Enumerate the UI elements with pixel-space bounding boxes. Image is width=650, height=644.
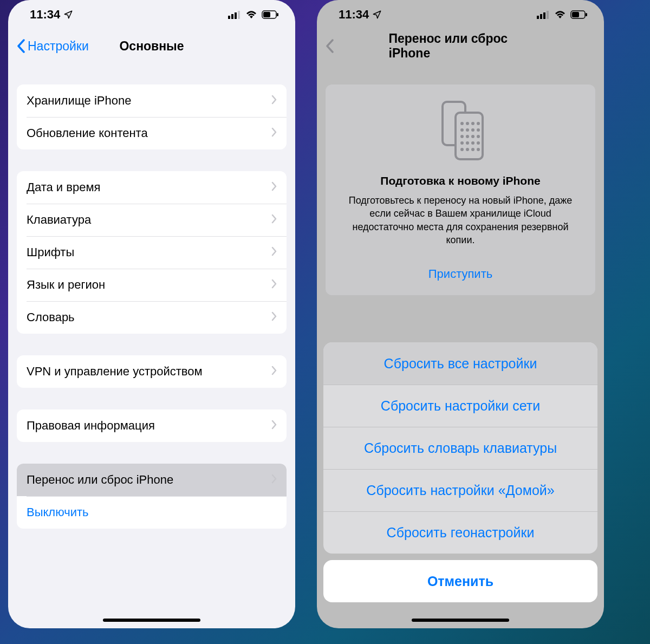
chevron-right-icon xyxy=(271,365,277,379)
row-label: Дата и время xyxy=(27,180,100,194)
row-label: VPN и управление устройством xyxy=(27,365,203,379)
home-indicator[interactable] xyxy=(412,619,509,622)
svg-point-25 xyxy=(466,135,469,138)
home-indicator[interactable] xyxy=(103,619,200,622)
row-label: Шрифты xyxy=(27,245,74,259)
svg-point-35 xyxy=(477,148,480,151)
row-label: Правовая информация xyxy=(27,419,155,433)
row-date-time[interactable]: Дата и время xyxy=(17,171,287,204)
cellular-signal-icon xyxy=(228,10,241,19)
svg-point-22 xyxy=(471,128,474,132)
svg-point-31 xyxy=(477,141,480,145)
row-shutdown[interactable]: Выключить xyxy=(17,496,287,529)
svg-point-32 xyxy=(460,148,464,151)
prepare-action-button[interactable]: Приступить xyxy=(339,267,582,281)
reset-location-settings[interactable]: Сбросить геонастройки xyxy=(323,511,597,554)
chevron-right-icon xyxy=(271,310,277,324)
reset-network-settings[interactable]: Сбросить настройки сети xyxy=(323,385,597,427)
row-label: Клавиатура xyxy=(27,213,91,227)
svg-point-27 xyxy=(477,135,480,138)
row-label: Хранилище iPhone xyxy=(27,94,131,108)
cancel-button[interactable]: Отменить xyxy=(323,560,597,602)
row-background-refresh[interactable]: Обновление контента xyxy=(17,117,287,149)
wifi-icon xyxy=(245,10,257,19)
svg-point-18 xyxy=(471,122,474,125)
svg-rect-0 xyxy=(228,16,230,19)
row-label: Перенос или сброс iPhone xyxy=(27,473,173,487)
phone-left: 11:34 Настройки Основные xyxy=(8,0,295,628)
svg-point-33 xyxy=(466,148,469,151)
row-language-region[interactable]: Язык и регион xyxy=(17,269,287,301)
row-fonts[interactable]: Шрифты xyxy=(17,236,287,269)
status-bar: 11:34 xyxy=(8,0,295,29)
reset-all-settings[interactable]: Сбросить все настройки xyxy=(323,342,597,385)
svg-rect-8 xyxy=(540,14,542,19)
wifi-icon xyxy=(554,10,566,19)
back-button[interactable]: Настройки xyxy=(17,39,89,54)
row-label: Словарь xyxy=(27,310,75,324)
svg-rect-10 xyxy=(547,11,549,19)
reset-keyboard-dictionary[interactable]: Сбросить словарь клавиатуры xyxy=(323,427,597,469)
sheet-label: Сбросить настройки сети xyxy=(381,398,540,414)
settings-group-reset: Перенос или сброс iPhone Выключить xyxy=(17,464,287,529)
prepare-title: Подготовка к новому iPhone xyxy=(339,174,582,187)
action-sheet-options: Сбросить все настройки Сбросить настройк… xyxy=(323,342,597,554)
battery-icon xyxy=(262,10,279,19)
sheet-label: Сбросить настройки «Домой» xyxy=(366,483,554,498)
row-legal[interactable]: Правовая информация xyxy=(17,409,287,442)
settings-group-legal: Правовая информация xyxy=(17,409,287,442)
row-keyboard[interactable]: Клавиатура xyxy=(17,204,287,236)
reset-home-layout[interactable]: Сбросить настройки «Домой» xyxy=(323,469,597,511)
prepare-card: Подготовка к новому iPhone Подготовьтесь… xyxy=(326,84,595,295)
chevron-right-icon xyxy=(271,180,277,194)
settings-group-storage: Хранилище iPhone Обновление контента xyxy=(17,84,287,149)
svg-point-24 xyxy=(460,135,464,138)
sheet-label: Сбросить словарь клавиатуры xyxy=(364,440,557,456)
svg-point-29 xyxy=(466,141,469,145)
back-label: Настройки xyxy=(28,39,89,54)
row-vpn-device-management[interactable]: VPN и управление устройством xyxy=(17,355,287,388)
svg-point-26 xyxy=(471,135,474,138)
status-time: 11:34 xyxy=(339,8,369,22)
row-iphone-storage[interactable]: Хранилище iPhone xyxy=(17,84,287,117)
svg-point-23 xyxy=(477,128,480,132)
svg-rect-6 xyxy=(277,13,278,16)
svg-rect-9 xyxy=(543,12,545,19)
cancel-label: Отменить xyxy=(427,574,493,589)
location-icon xyxy=(372,10,382,19)
svg-rect-12 xyxy=(572,12,579,17)
settings-group-locale: Дата и время Клавиатура Шрифты Язык и ре… xyxy=(17,171,287,334)
row-dictionary[interactable]: Словарь xyxy=(17,301,287,334)
svg-point-19 xyxy=(477,122,480,125)
chevron-right-icon xyxy=(271,473,277,487)
svg-rect-2 xyxy=(235,12,237,19)
svg-point-34 xyxy=(471,148,474,151)
sheet-label: Сбросить все настройки xyxy=(384,356,537,372)
battery-icon xyxy=(570,10,588,19)
chevron-right-icon xyxy=(271,245,277,259)
iphone-transfer-icon xyxy=(437,101,484,162)
chevron-left-icon xyxy=(326,39,334,53)
settings-content: Хранилище iPhone Обновление контента Дат… xyxy=(8,63,295,529)
back-button[interactable] xyxy=(326,39,334,53)
row-label: Язык и регион xyxy=(27,278,105,292)
chevron-right-icon xyxy=(271,94,277,108)
sheet-label: Сбросить геонастройки xyxy=(387,525,535,541)
svg-point-28 xyxy=(460,141,464,145)
action-sheet: Сбросить все настройки Сбросить настройк… xyxy=(323,342,597,602)
chevron-right-icon xyxy=(271,419,277,433)
chevron-right-icon xyxy=(271,213,277,227)
svg-rect-7 xyxy=(537,16,539,19)
svg-point-21 xyxy=(466,128,469,132)
svg-rect-3 xyxy=(238,11,240,19)
svg-point-20 xyxy=(460,128,464,132)
row-label: Обновление контента xyxy=(27,126,148,140)
cellular-signal-icon xyxy=(537,10,550,19)
nav-header: Настройки Основные xyxy=(8,29,295,63)
nav-header: Перенос или сброс iPhone xyxy=(317,29,604,63)
row-transfer-reset[interactable]: Перенос или сброс iPhone xyxy=(17,464,287,496)
chevron-left-icon xyxy=(17,39,25,53)
location-icon xyxy=(63,10,73,19)
page-title: Основные xyxy=(119,39,184,54)
row-label: Выключить xyxy=(27,505,89,519)
